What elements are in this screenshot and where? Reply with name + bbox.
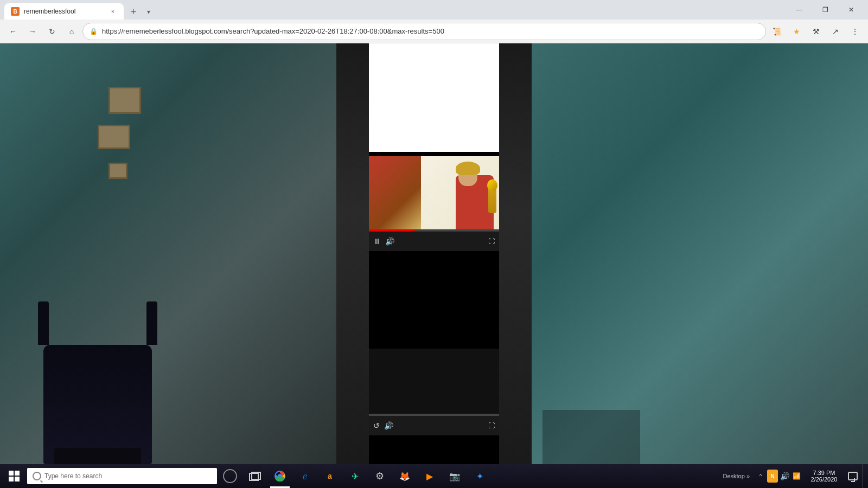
taskbar-camera-button[interactable]: 📷 <box>443 464 467 488</box>
notification-button[interactable] <box>844 464 861 488</box>
minimize-button[interactable]: — <box>787 0 812 20</box>
chair <box>43 345 152 464</box>
tab-close-button[interactable]: × <box>108 7 117 16</box>
settings-icon: ⚙ <box>375 470 384 482</box>
ad-box <box>369 43 499 152</box>
taskbar-right: Desktop » ^ N 🔊 📶 7:39 PM 2/26/2020 <box>720 464 866 488</box>
task-view-button[interactable] <box>243 464 267 488</box>
replay-button[interactable]: ↺ <box>373 421 380 430</box>
taskbar-amazon-button[interactable]: a <box>318 464 342 488</box>
chrome-icon <box>275 471 285 481</box>
windows-logo <box>9 471 20 481</box>
fullscreen-button-1[interactable]: ⛶ <box>488 237 495 245</box>
volume-button-1[interactable]: 🔊 <box>385 237 394 246</box>
norton-badge: N <box>767 470 778 483</box>
wall-panel-right <box>542 410 640 464</box>
menu-button[interactable]: ⋮ <box>846 23 864 40</box>
edge-icon: e <box>303 471 307 482</box>
singer-hair <box>456 162 480 175</box>
page-content: ⏸ 🔊 ⛶ <box>0 43 868 464</box>
new-tab-button[interactable]: + <box>126 4 141 20</box>
notification-icon <box>848 472 858 480</box>
black-bottom-area <box>369 435 499 464</box>
tab-area: B rememberlessfool × + ▾ <box>4 0 782 20</box>
bookmark-button[interactable]: ★ <box>788 23 805 40</box>
cortana-button[interactable] <box>218 464 242 488</box>
system-tray: ^ N 🔊 📶 <box>753 471 804 481</box>
browser-content-area: ⏸ 🔊 ⛶ <box>369 43 499 464</box>
address-bar[interactable]: 🔒 https://rememeberlessfool.blogspot.com… <box>82 23 766 40</box>
start-button[interactable] <box>2 464 26 488</box>
fullscreen-button-2[interactable]: ⛶ <box>488 422 495 429</box>
pause-button[interactable]: ⏸ <box>373 237 381 246</box>
tab-list-button[interactable]: ▾ <box>141 4 156 20</box>
reload-button[interactable]: ↻ <box>43 23 61 40</box>
close-button[interactable]: ✕ <box>839 0 864 20</box>
title-bar: B rememberlessfool × + ▾ — ❐ ✕ <box>0 0 868 20</box>
bg-center-panel: ⏸ 🔊 ⛶ <box>336 43 532 464</box>
taskbar-vlc-button[interactable]: ▶ <box>418 464 442 488</box>
video-thumbnail-2 <box>369 349 499 414</box>
forward-button[interactable]: → <box>24 23 41 40</box>
video-controls-2: ↺ 🔊 ⛶ <box>369 416 499 435</box>
show-desktop-button[interactable] <box>863 464 866 488</box>
tab-favicon: B <box>11 7 20 16</box>
home-button[interactable]: ⌂ <box>63 23 80 40</box>
share-button[interactable]: ↗ <box>827 23 844 40</box>
taskbar-firefox-button[interactable]: 🦊 <box>393 464 417 488</box>
progress-fill-1 <box>369 229 414 232</box>
inter-player-gap <box>369 251 499 349</box>
chair-base <box>54 448 141 464</box>
lock-icon: 🔒 <box>90 28 98 35</box>
tripadvisor-icon: ✈ <box>352 471 359 481</box>
browser-frame: B rememberlessfool × + ▾ — ❐ ✕ ← → ↻ ⌂ 🔒… <box>0 0 868 488</box>
browser-tab[interactable]: B rememberlessfool × <box>4 3 124 20</box>
video-thumbnail-1 <box>369 156 499 229</box>
video-player-1: ⏸ 🔊 ⛶ <box>369 156 499 251</box>
tray-expand-button[interactable]: ^ <box>755 471 766 481</box>
volume-tray-button[interactable]: 🔊 <box>779 471 790 481</box>
video-player-2: ↺ 🔊 ⛶ <box>369 349 499 435</box>
taskbar-edge-button[interactable]: e <box>293 464 317 488</box>
back-button[interactable]: ← <box>4 23 22 40</box>
amazon-icon: a <box>328 472 332 480</box>
search-icon <box>33 472 41 480</box>
chair-right-arm <box>146 301 157 345</box>
clock-area[interactable]: 7:39 PM 2/26/2020 <box>805 470 843 483</box>
search-box[interactable]: Type here to search <box>27 468 217 484</box>
window-controls: — ❐ ✕ <box>787 0 864 20</box>
cortana-icon <box>223 469 237 483</box>
divider-strip <box>369 152 499 156</box>
reader-mode-button[interactable]: 📜 <box>768 23 786 40</box>
unknown-app-icon: ✦ <box>476 471 483 481</box>
task-view-icon <box>249 472 261 480</box>
taskbar-chrome-button[interactable] <box>268 464 292 488</box>
taskbar: Type here to search e <box>0 464 868 488</box>
video-image <box>369 156 499 229</box>
desktop-text[interactable]: Desktop » <box>720 473 752 479</box>
video-controls-1: ⏸ 🔊 ⛶ <box>369 232 499 251</box>
progress-bar-1[interactable] <box>369 229 499 232</box>
taskbar-unknown-button[interactable]: ✦ <box>468 464 492 488</box>
chair-left-arm <box>38 301 49 345</box>
nav-right-icons: 📜 ★ ⚒ ↗ ⋮ <box>768 23 864 40</box>
taskbar-settings-button[interactable]: ⚙ <box>368 464 392 488</box>
maximize-button[interactable]: ❐ <box>813 0 838 20</box>
taskbar-tripadvisor-button[interactable]: ✈ <box>343 464 367 488</box>
bg-right-panel <box>532 43 868 464</box>
painting-3 <box>108 163 127 179</box>
volume-button-2[interactable]: 🔊 <box>384 421 393 430</box>
bg-left-panel <box>0 43 336 464</box>
network-tray-button[interactable]: 📶 <box>791 471 802 481</box>
clock-time: 7:39 PM <box>813 470 835 476</box>
tab-title: rememberlessfool <box>24 8 104 15</box>
vlc-icon: ▶ <box>426 471 433 481</box>
camera-icon: 📷 <box>449 471 460 481</box>
firefox-icon: 🦊 <box>399 471 410 481</box>
norton-tray-icon[interactable]: N <box>767 471 778 481</box>
painting-1 <box>108 87 141 114</box>
url-text: https://rememeberlessfool.blogspot.com/s… <box>102 27 759 35</box>
microphone-head <box>487 179 497 191</box>
search-placeholder: Type here to search <box>44 472 102 480</box>
toolbar-button[interactable]: ⚒ <box>807 23 825 40</box>
